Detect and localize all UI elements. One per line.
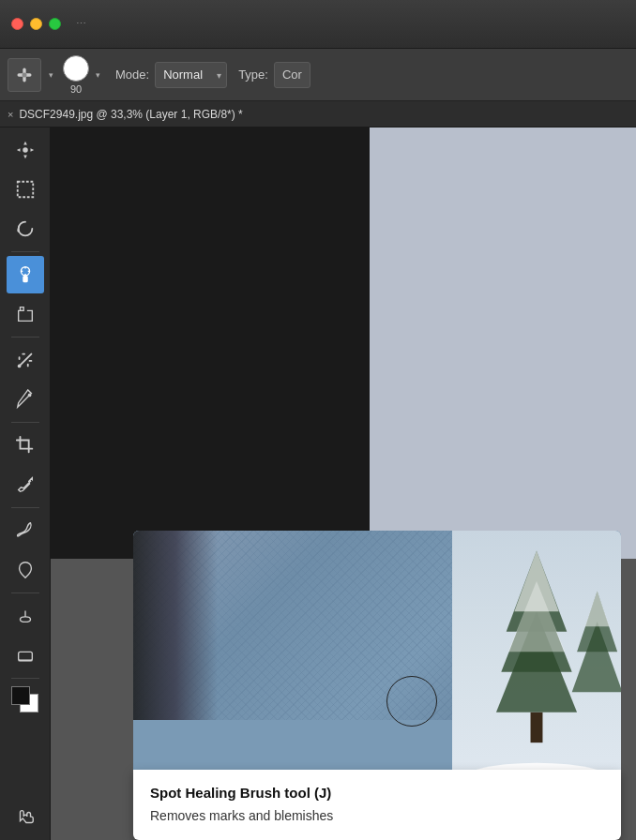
svg-marker-24	[585, 592, 610, 627]
svg-rect-19	[531, 712, 543, 742]
tool-spot-healing[interactable]	[7, 256, 44, 293]
svg-rect-14	[18, 652, 32, 660]
type-value[interactable]: Cor	[274, 62, 310, 88]
healing-brush-tool-button[interactable]	[8, 58, 41, 92]
expand-icon[interactable]: ⋯	[72, 16, 89, 33]
tool-dodge-burn[interactable]	[7, 597, 44, 635]
brush-size-number: 90	[70, 83, 82, 95]
toolbar-separator-3	[11, 422, 39, 423]
type-label: Type:	[238, 68, 268, 82]
image-panel	[133, 531, 621, 793]
doc-tab-close-button[interactable]: ×	[8, 109, 13, 120]
brush-size-dropdown-arrow[interactable]: ▾	[91, 58, 104, 92]
tool-eyedropper[interactable]	[7, 466, 44, 503]
dark-stripe	[133, 531, 218, 720]
canvas-dark-area	[51, 128, 370, 559]
mode-select[interactable]: Normal Multiply Screen Overlay	[155, 62, 227, 88]
doc-tab-title: DSCF2949.jpg @ 33,3% (Layer 1, RGB/8*) *	[19, 108, 242, 121]
foreground-color[interactable]	[11, 686, 30, 705]
toolbar: ▾ 90 ▾ Mode: Normal Multiply Screen Over…	[0, 49, 636, 101]
maximize-button[interactable]	[49, 18, 61, 30]
doc-tab-bar: × DSCF2949.jpg @ 33,3% (Layer 1, RGB/8*)…	[0, 101, 636, 128]
svg-point-12	[20, 617, 30, 622]
tool-clone-stamp[interactable]	[7, 295, 44, 333]
svg-point-2	[23, 72, 27, 77]
tool-magic-wand[interactable]	[7, 341, 44, 379]
tool-eraser[interactable]	[7, 637, 44, 674]
tool-blur[interactable]	[7, 551, 44, 589]
svg-marker-23	[572, 622, 621, 692]
tool-rectangular-marquee[interactable]	[7, 171, 44, 208]
toolbar-separator-1	[11, 251, 39, 252]
toolbar-separator-6	[11, 678, 39, 679]
title-bar: ⋯	[0, 0, 636, 49]
svg-point-10	[17, 365, 21, 368]
tooltip-title: Spot Healing Brush tool (J)	[150, 785, 604, 801]
main-layout: Spot Healing Brush tool (J) Removes mark…	[0, 128, 636, 840]
mode-label: Mode:	[115, 68, 149, 82]
toolbar-separator-2	[11, 337, 39, 338]
brush-cursor	[386, 676, 437, 727]
mode-select-wrapper[interactable]: Normal Multiply Screen Overlay	[155, 62, 227, 88]
tooltip-description: Removes marks and blemishes	[150, 808, 604, 823]
snow-area	[452, 531, 621, 793]
brush-size-indicator: 90	[63, 55, 89, 95]
minimize-button[interactable]	[30, 18, 42, 30]
toolbar-separator-5	[11, 592, 39, 593]
tool-crop[interactable]	[7, 427, 44, 464]
tool-move[interactable]	[7, 131, 44, 169]
close-button[interactable]	[11, 18, 23, 30]
svg-rect-3	[17, 182, 33, 198]
tooltip-box: Spot Healing Brush tool (J) Removes mark…	[133, 770, 621, 840]
toolbar-separator-4	[11, 507, 39, 508]
tool-brush[interactable]	[7, 512, 44, 549]
tool-hand[interactable]	[7, 799, 44, 836]
tool-pen[interactable]	[7, 381, 44, 418]
svg-rect-9	[23, 276, 28, 282]
color-swatches[interactable]	[7, 684, 44, 718]
canvas-area[interactable]: Spot Healing Brush tool (J) Removes mark…	[51, 128, 636, 840]
tool-dropdown-arrow[interactable]: ▾	[44, 58, 57, 92]
canvas-light-area	[370, 128, 636, 559]
tool-lasso[interactable]	[7, 210, 44, 248]
brush-preview	[63, 55, 89, 82]
brush-size-group: 90 ▾	[63, 55, 104, 95]
traffic-lights	[11, 18, 61, 30]
svg-point-11	[27, 394, 31, 398]
left-toolbar	[0, 128, 51, 840]
tool-button-group: ▾	[8, 58, 57, 92]
snow-trees-svg	[452, 531, 621, 793]
